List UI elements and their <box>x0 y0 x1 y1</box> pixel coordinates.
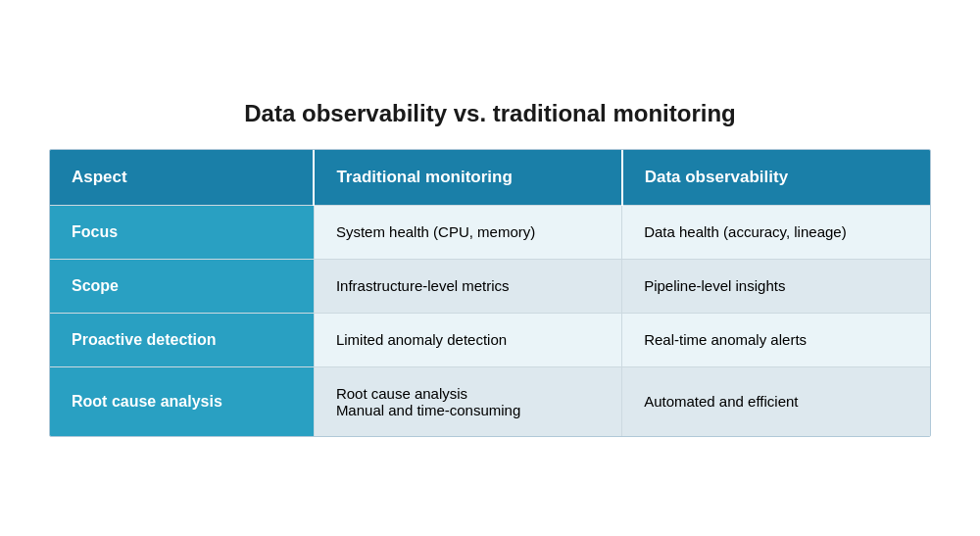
header-traditional: Traditional monitoring <box>314 150 621 206</box>
observability-proactive: Real-time anomaly alerts <box>622 313 930 366</box>
table-row: Focus System health (CPU, memory) Data h… <box>50 205 930 259</box>
aspect-scope: Scope <box>50 259 314 313</box>
header-observability: Data observability <box>622 150 930 206</box>
observability-focus: Data health (accuracy, lineage) <box>622 205 930 259</box>
traditional-root-cause: Root cause analysis Manual and time-cons… <box>314 366 621 436</box>
aspect-focus: Focus <box>50 205 314 259</box>
comparison-table: Aspect Traditional monitoring Data obser… <box>49 149 931 437</box>
header-aspect: Aspect <box>50 150 314 206</box>
table-row: Proactive detection Limited anomaly dete… <box>50 313 930 366</box>
aspect-proactive: Proactive detection <box>50 313 314 366</box>
observability-root-cause: Automated and efficient <box>622 366 930 436</box>
observability-scope: Pipeline-level insights <box>622 259 930 313</box>
traditional-scope: Infrastructure-level metrics <box>314 259 621 313</box>
aspect-root-cause: Root cause analysis <box>50 366 314 436</box>
traditional-focus: System health (CPU, memory) <box>314 205 621 259</box>
table-row: Root cause analysis Root cause analysis … <box>50 366 930 436</box>
traditional-proactive: Limited anomaly detection <box>314 313 621 366</box>
page-title: Data observability vs. traditional monit… <box>244 100 735 127</box>
table-row: Scope Infrastructure-level metrics Pipel… <box>50 259 930 313</box>
